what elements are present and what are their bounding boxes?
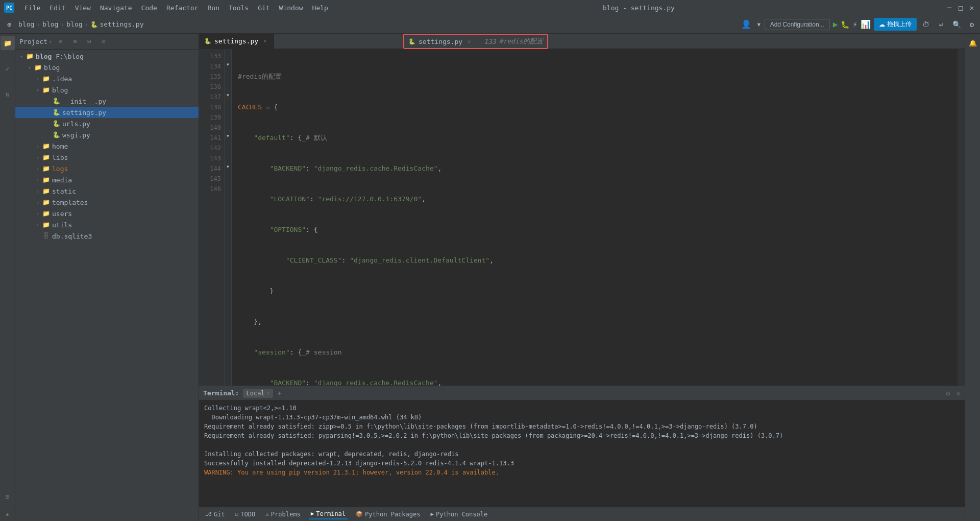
bottom-tab-packages[interactable]: 📦 Python Packages [354,510,422,519]
menu-git[interactable]: Git [254,3,274,13]
editor-area: 🐍 settings.py × 🐍 settings.py × 133 #red… [199,34,965,386]
fold-145[interactable]: ▼ [225,161,231,172]
fold-135[interactable]: ▼ [225,59,231,69]
fold-146[interactable] [225,172,231,182]
main-container: 📁 ✓ ⇅ ≡ ★ Project ▾ ⊕ ≡ ⊟ ⚙ ▾ 📁 blog F:\… [0,34,980,521]
right-icon-1[interactable]: 🔔 [966,36,980,50]
sidebar-structure-icon[interactable]: ≡ [1,489,15,504]
search-button[interactable]: 🔍 [950,18,963,31]
toolbar-icon-btn[interactable]: ⊕ [2,17,16,32]
run-button[interactable]: ▶ [833,19,838,29]
profile-icon[interactable]: 👤 ▾ [741,19,761,29]
tree-libs-folder[interactable]: › 📁 libs [15,152,199,163]
terminal-tab-close[interactable]: × [267,390,271,396]
maximize-button[interactable]: □ [957,4,965,12]
coverage-button[interactable]: ⚡ [852,19,857,29]
menu-run[interactable]: Run [204,3,224,13]
fold-144[interactable] [225,151,231,161]
fold-140[interactable] [225,110,231,121]
urls-py-icon: 🐍 [52,120,60,128]
terminal-add-button[interactable]: + [277,389,281,397]
pycharm-icon: PC [4,3,14,13]
history-button[interactable]: ⏱ [920,18,932,31]
breadcrumb-item-2[interactable]: blog [42,20,58,28]
add-config-button[interactable]: Add Configuration... [765,19,830,30]
terminal-close-button[interactable]: ✕ [957,389,961,397]
menu-file[interactable]: File [20,3,44,13]
debug-button[interactable]: 🐛 [841,20,849,29]
tree-wsgi-py[interactable]: › 🐍 wsgi.py [15,129,199,140]
code-content[interactable]: #redis的配置 CACHES = { "default": {_# 默认 "… [232,49,958,386]
code-line-134: CACHES = { [238,102,958,112]
terminal-line-7: Successfully installed deprecated-1.2.13… [204,459,960,468]
tree-users-folder[interactable]: › 📁 users [15,208,199,219]
profile-run-button[interactable]: 📊 [861,19,871,29]
bottom-tab-terminal[interactable]: ▶ Terminal [309,509,348,519]
tree-settings-py[interactable]: › 🐍 settings.py [15,107,199,118]
menu-help[interactable]: Help [308,3,332,13]
users-folder-icon: 📁 [42,209,50,218]
tooltip-close[interactable]: × [465,38,473,45]
panel-gear-btn[interactable]: ⚙ [98,36,109,47]
fold-137[interactable] [225,80,231,90]
menu-navigate[interactable]: Navigate [96,3,136,13]
tree-static-folder[interactable]: › 📁 static [15,185,199,197]
upload-button[interactable]: ☁ 拖拽上传 [874,18,917,31]
tree-init-py[interactable]: › 🐍 __init__.py [15,96,199,107]
menu-refactor[interactable]: Refactor [162,3,203,13]
packages-tab-icon: 📦 [356,511,363,517]
tree-media-folder[interactable]: › 📁 media [15,174,199,185]
settings-tab[interactable]: 🐍 settings.py × [199,34,274,49]
fold-136[interactable] [225,69,231,80]
minimize-button[interactable]: ─ [945,4,953,12]
tab-close-button[interactable]: × [261,38,268,45]
menu-window[interactable]: Window [275,3,307,13]
tree-logs-folder[interactable]: › 📁 logs [15,163,199,174]
sidebar-favorites-icon[interactable]: ★ [1,507,15,521]
breadcrumb-item-3[interactable]: blog [66,20,82,28]
tree-db-file[interactable]: › 🗄 db.sqlite3 [15,230,199,242]
menu-tools[interactable]: Tools [225,3,253,13]
tree-blog-folder[interactable]: ▾ 📁 blog [15,62,199,73]
tree-root[interactable]: ▾ 📁 blog F:\blog [15,51,199,62]
breadcrumb-item-1[interactable]: blog [18,20,34,28]
fold-139[interactable] [225,100,231,110]
bottom-tab-console[interactable]: ▶ Python Console [428,510,489,519]
close-button[interactable]: ✕ [968,4,976,12]
panel-filter-btn[interactable]: ⊟ [84,36,95,47]
right-sidebar-icons: 🔔 [965,34,980,521]
code-line-143: "BACKEND": "django_redis.cache.RedisCach… [238,378,958,386]
bottom-tab-todo[interactable]: ☑ TODO [233,510,258,519]
breadcrumb-item-4[interactable]: settings.py [100,20,143,28]
tab-bar: 🐍 settings.py × [199,34,965,49]
terminal-local-tab[interactable]: Local × [243,389,273,398]
panel-sync-btn[interactable]: ⊕ [55,36,66,47]
sidebar-project-icon[interactable]: 📁 [1,36,15,50]
tree-utils-folder[interactable]: › 📁 utils [15,219,199,230]
tree-templates-folder[interactable]: › 📁 templates [15,197,199,208]
fold-138[interactable]: ▼ [225,90,231,100]
menu-view[interactable]: View [71,3,95,13]
menu-edit[interactable]: Edit [45,3,69,13]
idea-folder-label: .idea [52,75,72,83]
sidebar-commit-icon[interactable]: ✓ [1,61,15,76]
tree-idea-folder[interactable]: › 📁 .idea [15,73,199,84]
fold-134[interactable] [225,49,231,59]
fold-141[interactable] [225,121,231,131]
bottom-tab-problems[interactable]: ⚠ Problems [263,510,302,519]
terminal-settings-button[interactable]: ⚙ [946,389,950,397]
project-panel-dropdown[interactable]: Project ▾ [19,38,52,45]
tree-blog-subfolder[interactable]: ▾ 📁 blog [15,84,199,96]
tree-urls-py[interactable]: › 🐍 urls.py [15,118,199,129]
static-folder-label: static [52,187,76,195]
menu-code[interactable]: Code [137,3,161,13]
bottom-tab-git[interactable]: ⎇ Git [203,510,227,519]
terminal-tab-label: Local [246,390,264,397]
settings-button[interactable]: ⚙ [966,18,978,31]
fold-143[interactable] [225,141,231,151]
sidebar-pullreq-icon[interactable]: ⇅ [1,87,15,101]
fold-142[interactable]: ▼ [225,131,231,141]
undo-button[interactable]: ↩ [935,18,947,31]
panel-collapse-btn[interactable]: ≡ [69,36,81,47]
tree-home-folder[interactable]: › 📁 home [15,140,199,152]
